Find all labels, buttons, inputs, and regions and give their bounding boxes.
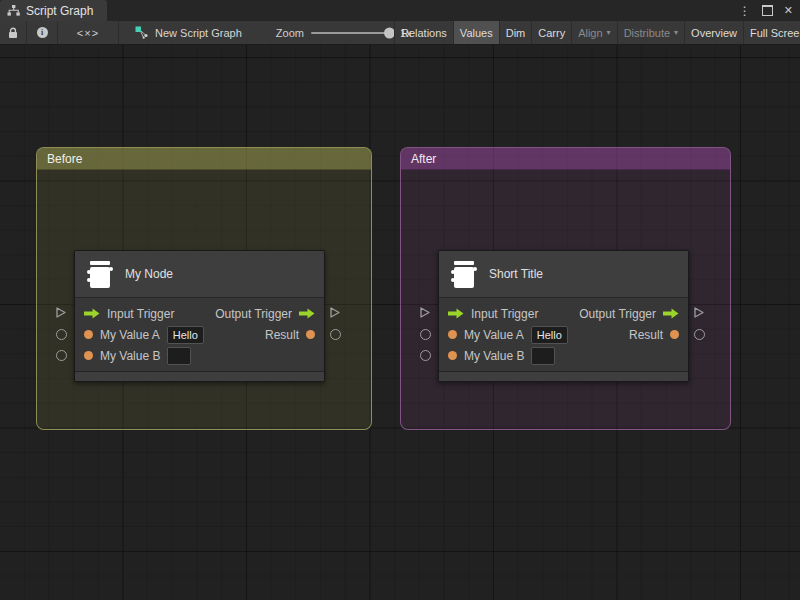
- tab-title: Script Graph: [26, 4, 93, 18]
- node-header[interactable]: My Node: [75, 251, 324, 298]
- value-b-label: My Value B: [100, 349, 160, 363]
- button-label: Relations: [401, 27, 447, 39]
- node-header[interactable]: Short Title: [439, 251, 688, 298]
- external-value-port-right[interactable]: [330, 329, 341, 340]
- button-label: Values: [460, 27, 493, 39]
- port-row-value-b: My Value B: [75, 345, 324, 366]
- external-trigger-port-right[interactable]: [328, 306, 341, 319]
- lock-icon: [8, 27, 18, 39]
- tab-script-graph[interactable]: Script Graph: [0, 0, 107, 21]
- value-b-label: My Value B: [464, 349, 524, 363]
- value-b-field[interactable]: [531, 347, 555, 365]
- toolbar-button-relations[interactable]: Relations: [395, 21, 454, 44]
- port-row-value-a: My Value A Hello Result: [75, 324, 324, 345]
- toolbar-button-full-screen[interactable]: Full Screen: [744, 21, 800, 44]
- zoom-slider[interactable]: [311, 32, 393, 34]
- code-toggle-icon: <×>: [77, 27, 99, 39]
- toolbar-button-carry[interactable]: Carry: [532, 21, 572, 44]
- port-row-trigger: Input Trigger Output Trigger: [75, 303, 324, 324]
- node-title: Short Title: [489, 267, 543, 281]
- info-button[interactable]: [27, 21, 58, 44]
- flow-out-arrow-icon[interactable]: [663, 308, 679, 319]
- output-trigger-label: Output Trigger: [579, 307, 656, 321]
- group-title: Before: [47, 152, 82, 166]
- button-label: Full Screen: [750, 27, 800, 39]
- graph-canvas[interactable]: Before My Node: [0, 45, 800, 600]
- result-label: Result: [629, 328, 663, 342]
- group-after[interactable]: After Short Title: [400, 147, 731, 430]
- graph-name-button[interactable]: New Script Graph: [135, 21, 242, 44]
- flow-in-arrow-icon[interactable]: [448, 308, 464, 319]
- value-a-label: My Value A: [100, 328, 160, 342]
- zoom-label: Zoom: [276, 27, 304, 39]
- node-body: Input Trigger Output Trigger My Valu: [75, 298, 324, 371]
- value-port-icon[interactable]: [448, 351, 457, 360]
- custom-unit-icon: [88, 261, 112, 288]
- result-label: Result: [265, 328, 299, 342]
- external-trigger-port-left[interactable]: [54, 306, 67, 319]
- node-my-node[interactable]: My Node Input Trigger Output Trigger: [74, 250, 325, 382]
- button-label: Distribute: [624, 27, 670, 39]
- node-body: Input Trigger Output Trigger My Valu: [439, 298, 688, 371]
- value-a-label: My Value A: [464, 328, 524, 342]
- window-controls: ⋮ ✕: [739, 0, 793, 21]
- external-trigger-port-right[interactable]: [692, 306, 705, 319]
- maximize-icon[interactable]: [762, 5, 773, 16]
- script-graph-window: Script Graph ⋮ ✕ <×>: [0, 0, 800, 600]
- external-value-port-left-b[interactable]: [420, 350, 431, 361]
- toolbar-button-cluster: Relations Values Dim Carry Align ▾ Distr…: [394, 21, 800, 44]
- node-title: My Node: [125, 267, 173, 281]
- group-header[interactable]: Before: [37, 148, 371, 170]
- value-port-icon[interactable]: [448, 330, 457, 339]
- port-row-value-b: My Value B: [439, 345, 688, 366]
- value-port-icon[interactable]: [84, 330, 93, 339]
- group-title: After: [411, 152, 436, 166]
- script-graph-icon: [7, 5, 20, 16]
- value-a-field[interactable]: Hello: [167, 326, 204, 344]
- titlebar: Script Graph ⋮ ✕: [0, 0, 800, 21]
- value-port-icon[interactable]: [84, 351, 93, 360]
- button-label: Overview: [691, 27, 737, 39]
- close-icon[interactable]: ✕: [784, 5, 793, 16]
- group-before[interactable]: Before My Node: [36, 147, 372, 430]
- toolbar-button-align[interactable]: Align ▾: [572, 21, 617, 44]
- button-label: Dim: [506, 27, 526, 39]
- custom-unit-icon: [452, 261, 476, 288]
- graph-toolbar: <×> New Script Graph Zoom 1x Relations V…: [0, 21, 800, 45]
- external-value-port-left-a[interactable]: [56, 329, 67, 340]
- chevron-down-icon: ▾: [607, 28, 611, 37]
- toolbar-button-values[interactable]: Values: [454, 21, 500, 44]
- value-port-icon[interactable]: [670, 330, 679, 339]
- button-label: Align: [578, 27, 602, 39]
- chevron-down-icon: ▾: [674, 28, 678, 37]
- node-footer: [75, 371, 324, 381]
- node-footer: [439, 371, 688, 381]
- zoom-control: Zoom 1x: [276, 21, 412, 44]
- toolbar-button-distribute[interactable]: Distribute ▾: [618, 21, 685, 44]
- flow-in-arrow-icon[interactable]: [84, 308, 100, 319]
- external-trigger-port-left[interactable]: [418, 306, 431, 319]
- port-row-value-a: My Value A Hello Result: [439, 324, 688, 345]
- value-a-field[interactable]: Hello: [531, 326, 568, 344]
- input-trigger-label: Input Trigger: [471, 307, 538, 321]
- output-trigger-label: Output Trigger: [215, 307, 292, 321]
- external-value-port-left-a[interactable]: [420, 329, 431, 340]
- external-value-port-left-b[interactable]: [56, 350, 67, 361]
- value-b-field[interactable]: [167, 347, 191, 365]
- lock-button[interactable]: [0, 21, 27, 44]
- external-value-port-right[interactable]: [694, 329, 705, 340]
- toolbar-button-dim[interactable]: Dim: [500, 21, 533, 44]
- group-header[interactable]: After: [401, 148, 730, 170]
- value-port-icon[interactable]: [306, 330, 315, 339]
- info-icon: [37, 27, 48, 38]
- new-graph-icon: [135, 26, 149, 39]
- port-row-trigger: Input Trigger Output Trigger: [439, 303, 688, 324]
- button-label: Carry: [538, 27, 565, 39]
- input-trigger-label: Input Trigger: [107, 307, 174, 321]
- overflow-menu-icon[interactable]: ⋮: [739, 5, 751, 17]
- toolbar-button-overview[interactable]: Overview: [685, 21, 744, 44]
- graph-name-label: New Script Graph: [155, 27, 242, 39]
- code-view-toggle[interactable]: <×>: [58, 21, 119, 44]
- flow-out-arrow-icon[interactable]: [299, 308, 315, 319]
- node-short-title[interactable]: Short Title Input Trigger Output Trigger: [438, 250, 689, 382]
